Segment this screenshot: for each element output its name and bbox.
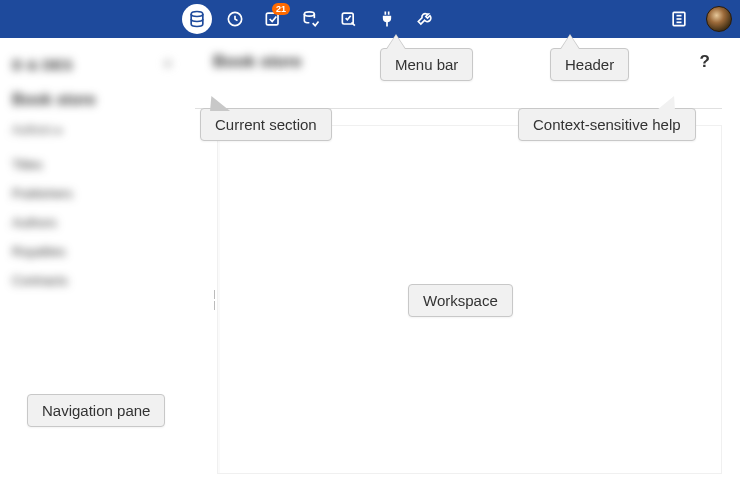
- navigation-pane: D & DES + Book store Authors ▸ Titles Pu…: [0, 38, 185, 500]
- plug-icon[interactable]: [368, 0, 406, 38]
- menubar-icons: 21: [178, 0, 444, 38]
- resize-handle-icon[interactable]: [214, 290, 217, 310]
- nav-item[interactable]: Titles: [12, 157, 173, 172]
- svg-point-0: [191, 12, 203, 17]
- callout-context-help: Context-sensitive help: [518, 108, 696, 141]
- add-icon[interactable]: +: [162, 54, 173, 75]
- svg-point-3: [304, 12, 314, 16]
- badge-count: 21: [272, 3, 290, 15]
- check-edit-icon[interactable]: [330, 0, 368, 38]
- wrench-icon[interactable]: [406, 0, 444, 38]
- section-bar: [195, 86, 722, 108]
- callout-label: Navigation pane: [42, 402, 150, 419]
- panel-icon[interactable]: [660, 0, 698, 38]
- check-badge-icon[interactable]: 21: [254, 0, 292, 38]
- callout-workspace: Workspace: [408, 284, 513, 317]
- section-title[interactable]: Book store: [12, 91, 173, 109]
- database-icon[interactable]: [178, 0, 216, 38]
- section-sub[interactable]: Authors ▸: [12, 123, 173, 137]
- history-icon[interactable]: [216, 0, 254, 38]
- nav-item[interactable]: Authors: [12, 215, 173, 230]
- callout-label: Header: [565, 56, 614, 73]
- project-label: D & DES: [12, 56, 73, 73]
- nav-item[interactable]: Royalties: [12, 244, 173, 259]
- callout-label: Workspace: [423, 292, 498, 309]
- callout-menubar: Menu bar: [380, 48, 473, 81]
- avatar[interactable]: [706, 6, 732, 32]
- callout-navigation: Navigation pane: [27, 394, 165, 427]
- nav-item[interactable]: Publishers: [12, 186, 173, 201]
- menu-bar: 21: [0, 0, 740, 38]
- callout-label: Menu bar: [395, 56, 458, 73]
- page-title: Book store: [213, 52, 302, 72]
- callout-current-section: Current section: [200, 108, 332, 141]
- db-run-icon[interactable]: [292, 0, 330, 38]
- callout-label: Context-sensitive help: [533, 116, 681, 133]
- callout-header: Header: [550, 48, 629, 81]
- callout-label: Current section: [215, 116, 317, 133]
- help-button[interactable]: ?: [694, 48, 716, 76]
- nav-item[interactable]: Contracts: [12, 273, 173, 288]
